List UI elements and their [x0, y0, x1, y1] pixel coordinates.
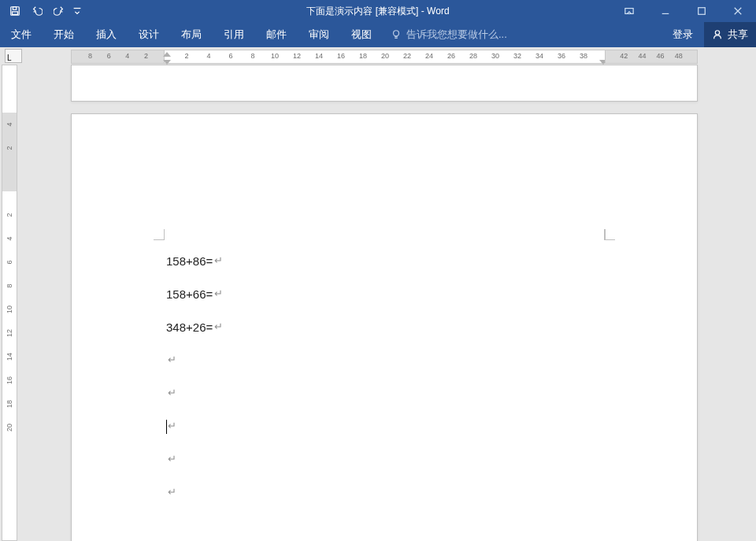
qat-customize-button[interactable] [71, 2, 83, 20]
ruler-tick: 4 [6, 232, 13, 246]
svg-rect-2 [13, 12, 18, 15]
margin-corner-top-left [149, 224, 165, 240]
ruler-tick: 12 [6, 326, 13, 340]
ruler-tick: 20 [380, 52, 391, 60]
ruler-tick: 4 [122, 52, 133, 60]
share-label: 共享 [728, 28, 748, 42]
svg-rect-1 [13, 7, 16, 10]
tab-review[interactable]: 审阅 [298, 22, 340, 47]
close-button[interactable] [720, 0, 756, 22]
ruler-tick: 16 [335, 52, 346, 60]
horizontal-ruler-left-margin[interactable]: 8642 [71, 50, 165, 64]
svg-rect-3 [625, 9, 633, 14]
line-text: 158+86= [166, 254, 213, 268]
ribbon-display-options-button[interactable] [611, 0, 647, 22]
ruler-tick: 8 [247, 52, 258, 60]
svg-point-6 [715, 31, 719, 35]
tell-me-search[interactable]: 告诉我您想要做什么... [383, 22, 515, 47]
text-cursor [166, 420, 167, 434]
paragraph-mark-icon: ↵ [214, 321, 223, 332]
tab-mailings[interactable]: 邮件 [255, 22, 298, 47]
previous-page-tail [71, 65, 698, 102]
ruler-tick: 18 [358, 52, 369, 60]
ruler-tick: 30 [490, 52, 501, 60]
title-bar: 下面是演示内容 [兼容模式] - Word [0, 0, 756, 22]
ruler-tick: 34 [534, 52, 545, 60]
ruler-tick: 22 [402, 52, 413, 60]
document-page[interactable]: 158+86=↵158+66=↵348+26=↵↵↵↵↵↵ [71, 113, 698, 541]
ruler-tick: 42 [618, 52, 629, 60]
document-line[interactable]: ↵ [166, 453, 223, 486]
paragraph-mark-icon: ↵ [168, 420, 176, 432]
ruler-tick: 46 [655, 52, 666, 60]
sign-in-button[interactable]: 登录 [662, 22, 704, 47]
tell-me-placeholder: 告诉我您想要做什么... [406, 28, 507, 42]
share-button[interactable]: 共享 [704, 22, 756, 47]
redo-button[interactable] [49, 2, 69, 20]
ruler-tick: 38 [578, 52, 589, 60]
ruler-tick: 26 [446, 52, 457, 60]
ruler-tick: 10 [269, 52, 280, 60]
paragraph-mark-icon: ↵ [168, 354, 176, 365]
tab-file[interactable]: 文件 [0, 22, 43, 47]
ruler-tick: 6 [225, 52, 236, 60]
tab-references[interactable]: 引用 [213, 22, 255, 47]
document-body[interactable]: 158+86=↵158+66=↵348+26=↵↵↵↵↵↵ [166, 254, 223, 519]
document-line[interactable]: ↵ [166, 420, 223, 453]
ruler-tick: 36 [556, 52, 567, 60]
tab-design[interactable]: 设计 [128, 22, 170, 47]
document-line[interactable]: ↵ [166, 486, 223, 519]
document-line[interactable]: ↵ [166, 354, 223, 387]
ruler-tick: 2 [6, 141, 13, 155]
ruler-tick: 24 [424, 52, 435, 60]
paragraph-mark-icon: ↵ [214, 287, 223, 299]
document-line[interactable]: 158+86=↵ [166, 254, 223, 287]
ruler-tick: 8 [6, 279, 13, 293]
ruler-tick: 28 [468, 52, 479, 60]
document-line[interactable]: ↵ [166, 387, 223, 420]
ruler-tick: 32 [512, 52, 523, 60]
ruler-tick: 6 [103, 52, 114, 60]
svg-point-5 [394, 31, 399, 36]
document-area: 422468101214161820 158+86=↵158+66=↵348+2… [0, 65, 756, 541]
tab-layout[interactable]: 布局 [170, 22, 213, 47]
ruler-tick: 18 [6, 397, 13, 411]
paragraph-mark-icon: ↵ [168, 387, 176, 398]
document-line[interactable]: 158+66=↵ [166, 287, 223, 321]
ruler-tick: 16 [6, 373, 13, 387]
line-text: 158+66= [166, 287, 213, 301]
ruler-tick: 14 [313, 52, 324, 60]
window-controls [611, 0, 756, 22]
paragraph-mark-icon: ↵ [168, 486, 176, 498]
ruler-tick: 6 [6, 255, 13, 269]
ruler-tick: 2 [181, 52, 192, 60]
vertical-ruler[interactable]: 422468101214161820 [2, 65, 17, 541]
person-icon [712, 29, 723, 40]
horizontal-ruler-right-margin[interactable]: 42444648 [605, 50, 698, 64]
ruler-tick: 20 [6, 421, 13, 435]
line-text: 348+26= [166, 321, 213, 334]
maximize-button[interactable] [684, 0, 720, 22]
ruler-tick: 10 [6, 302, 13, 317]
paragraph-mark-icon: ↵ [214, 254, 223, 266]
ribbon-tabs: 文件 开始 插入 设计 布局 引用 邮件 审阅 视图 告诉我您想要做什么... … [0, 22, 756, 47]
document-line[interactable]: 348+26=↵ [166, 321, 223, 354]
save-button[interactable] [5, 2, 25, 20]
ruler-tick: 48 [673, 52, 684, 60]
tab-view[interactable]: 视图 [340, 22, 383, 47]
tab-selector[interactable]: L [5, 49, 22, 63]
ruler-tick: 2 [140, 52, 151, 60]
ruler-tick: 44 [636, 52, 647, 60]
lightbulb-icon [391, 29, 402, 40]
first-line-indent-marker[interactable] [163, 52, 171, 57]
horizontal-ruler-row: L 8642 246810121416182022242628303234363… [0, 47, 756, 65]
horizontal-ruler[interactable]: 2468101214161820222426283032343638 [164, 50, 606, 64]
undo-button[interactable] [27, 2, 47, 20]
ruler-tick: 2 [6, 208, 13, 222]
minimize-button[interactable] [647, 0, 684, 22]
paragraph-mark-icon: ↵ [168, 453, 176, 465]
svg-rect-4 [699, 8, 706, 15]
tab-insert[interactable]: 插入 [85, 22, 128, 47]
tab-home[interactable]: 开始 [43, 22, 85, 47]
ruler-tick: 4 [6, 117, 13, 132]
